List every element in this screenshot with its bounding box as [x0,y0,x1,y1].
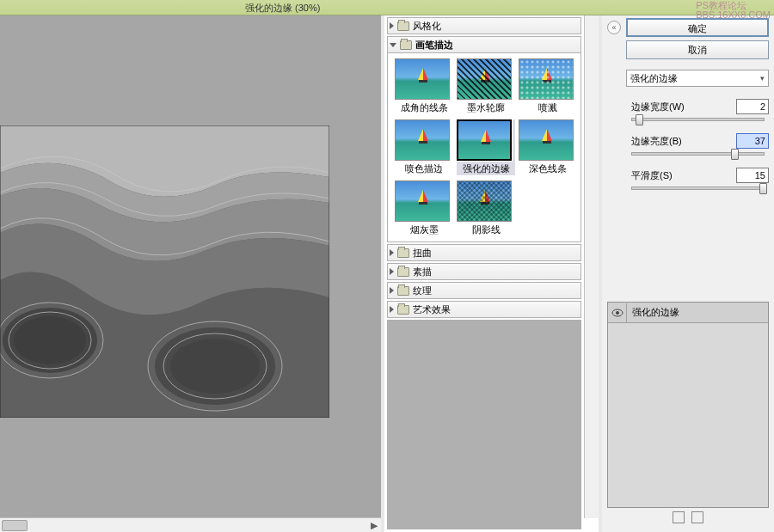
thumb-image [395,119,450,161]
slider-edge-width: 边缘宽度(W) 2 [631,99,769,121]
controls-pane: « 确定 取消 强化的边缘 ▾ 边缘宽度(W) 2 边缘亮度(B) 37 [602,15,774,532]
new-effect-layer-icon[interactable] [673,511,685,523]
slider-label: 平滑度(S) [631,169,736,182]
folder-icon [400,40,412,50]
category-label: 素描 [413,263,432,280]
thumb-label: 墨水轮廓 [457,101,515,114]
filter-thumb-2[interactable]: 喷溅 [519,58,577,114]
collapse-panel-icon[interactable]: « [607,21,621,34]
collapse-icon [390,43,396,47]
slider-handle[interactable] [636,114,643,125]
thumb-label: 成角的线条 [395,101,453,114]
category-label: 纹理 [413,282,432,299]
slider-edge-brightness: 边缘亮度(B) 37 [631,133,769,156]
thumb-image [519,119,574,161]
scrollbar-thumb[interactable] [2,520,28,531]
folder-icon [397,267,409,277]
slider-handle[interactable] [759,183,767,194]
preview-pane: ▶ [0,15,381,532]
thumb-label: 阴影线 [457,223,515,236]
slider-label: 边缘亮度(B) [631,135,736,148]
slider-value-input[interactable]: 15 [736,168,769,183]
filter-thumbnails: 成角的线条墨水轮廓喷溅喷色描边强化的边缘深色线条烟灰墨阴影线 [387,53,581,242]
preview-scrollbar-horizontal[interactable]: ▶ [0,517,381,532]
slider-smoothness: 平滑度(S) 15 [631,168,769,190]
category-label: 艺术效果 [413,301,451,318]
thumb-label: 喷色描边 [395,162,453,175]
thumb-image [395,58,450,100]
filter-thumb-0[interactable]: 成角的线条 [395,58,453,114]
effect-layer-row[interactable]: 强化的边缘 [608,303,768,323]
expand-icon [390,22,394,29]
titlebar: 强化的边缘 (30%) [0,0,774,15]
watermark: PS教程论坛BBS.16XX8.COM [696,1,771,20]
filter-thumb-5[interactable]: 深色线条 [519,119,577,175]
expand-icon [390,287,394,294]
folder-icon [397,21,409,31]
category-artistic[interactable]: 艺术效果 [387,301,581,318]
category-label: 风格化 [413,17,441,34]
dropdown-value: 强化的边缘 [630,72,678,85]
thumb-image [395,180,450,222]
category-distort[interactable]: 扭曲 [387,244,581,261]
expand-icon [390,268,394,275]
slider-label: 边缘宽度(W) [631,101,736,113]
filter-preview-image [0,125,329,418]
expand-icon [390,249,394,256]
category-brush-strokes[interactable]: 画笔描边 [387,36,581,53]
thumb-label: 强化的边缘 [457,162,515,175]
thumb-label: 深色线条 [519,162,577,175]
filter-thumb-6[interactable]: 烟灰墨 [395,180,453,236]
thumb-image [457,119,512,161]
folder-icon [397,286,409,296]
svg-point-11 [616,311,619,315]
thumb-label: 喷溅 [519,101,577,114]
slider-handle[interactable] [731,149,739,160]
filter-select-dropdown[interactable]: 强化的边缘 ▾ [626,70,769,87]
slider-track[interactable] [631,118,765,121]
thumb-image [519,58,574,100]
filter-thumb-4[interactable]: 强化的边缘 [457,119,515,175]
chevron-down-icon: ▾ [760,74,765,83]
visibility-eye-icon[interactable] [608,303,627,322]
filter-scrollbar-vertical[interactable] [584,15,599,518]
thumb-image [457,180,512,222]
category-stylize[interactable]: 风格化 [387,17,581,34]
effect-layers-panel: 强化的边缘 [607,302,769,508]
folder-icon [397,305,409,315]
cancel-button[interactable]: 取消 [626,40,769,59]
expand-icon [390,306,394,313]
category-texture[interactable]: 纹理 [387,282,581,299]
category-label: 扭曲 [413,244,432,261]
thumb-image [457,58,512,100]
slider-track[interactable] [631,187,765,190]
filter-thumb-7[interactable]: 阴影线 [457,180,515,236]
filter-thumb-3[interactable]: 喷色描边 [395,119,453,175]
category-label: 画笔描边 [415,36,453,53]
filter-thumb-1[interactable]: 墨水轮廓 [457,58,515,114]
layer-name: 强化的边缘 [627,306,679,319]
window-title: 强化的边缘 (30%) [245,3,320,13]
scroll-right-icon[interactable]: ▶ [366,519,381,532]
slider-value-input[interactable]: 37 [736,133,769,149]
slider-value-input[interactable]: 2 [736,99,769,114]
filter-category-pane: 风格化 画笔描边 成角的线条墨水轮廓喷溅喷色描边强化的边缘深色线条烟灰墨阴影线 … [384,15,584,532]
ok-button[interactable]: 确定 [626,18,769,37]
layer-button-bar [607,508,769,527]
slider-track[interactable] [631,152,765,156]
folder-icon [397,248,409,258]
main-layout: ▶ 风格化 画笔描边 成角的线条墨水轮廓喷溅喷色描边强化的边缘深色线条烟灰墨阴影… [0,15,774,532]
delete-effect-layer-icon[interactable] [691,511,703,523]
filter-pane-spacer [387,320,581,529]
thumb-label: 烟灰墨 [395,223,453,236]
category-sketch[interactable]: 素描 [387,263,581,280]
